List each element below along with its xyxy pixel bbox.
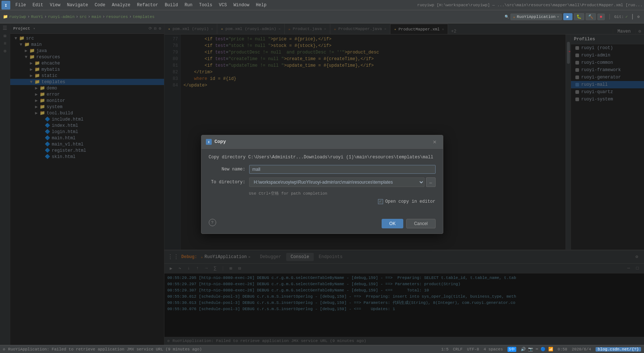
svg-text:I: I — [208, 140, 210, 144]
menu-file[interactable]: File — [12, 2, 29, 8]
run-config-btn[interactable]: ☕ RuoYiApplication ▾ — [510, 14, 562, 20]
menu-view[interactable]: View — [47, 2, 63, 8]
status-bar-right: 1:5 CRLF UTF-8 4 spaces S中 🔊 📷 ⌨ 🔵 📶 0:5… — [441, 347, 641, 352]
new-name-label: New name: — [209, 167, 245, 172]
help-button[interactable]: ? — [209, 219, 216, 226]
cancel-button[interactable]: Cancel — [406, 219, 435, 228]
status-encoding: UTF-8 — [467, 347, 479, 352]
status-date: 2020/6/4 — [572, 347, 591, 352]
debug-button[interactable]: 🐛 — [574, 13, 584, 20]
checkbox-check-icon: ✓ — [379, 199, 382, 204]
menu-code[interactable]: Code — [92, 2, 108, 8]
app-icon: I — [1, 1, 10, 10]
menu-bar: I File Edit View Navigate Code Analyze R… — [0, 0, 644, 10]
git-checkmark: ✓ — [625, 14, 628, 19]
menu-build[interactable]: Build — [162, 2, 181, 8]
status-position: 1:5 — [441, 347, 448, 352]
menu-navigate[interactable]: Navigate — [64, 2, 91, 8]
status-time: 0:58 — [558, 347, 567, 352]
app-window: I File Edit View Navigate Code Analyze R… — [0, 0, 644, 353]
breadcrumb-sep1: › — [27, 14, 30, 19]
dialog-body: Copy directory C:\Users\Administr...Down… — [201, 149, 443, 215]
open-copy-row: ✓ Open copy in editor — [209, 199, 436, 204]
dialog-to-dir-row: To directory: H:\workspace\ruoyiwp\RuoYi… — [209, 177, 436, 187]
status-indent: 4 spaces — [484, 347, 503, 352]
breadcrumb-templates[interactable]: templates — [133, 15, 154, 19]
git-label: Git: — [614, 15, 624, 19]
menu-run[interactable]: Run — [182, 2, 196, 8]
breadcrumb-ruoyiwp[interactable]: ruoyiwp — [9, 15, 26, 19]
menu-edit[interactable]: Edit — [30, 2, 46, 8]
breadcrumb-ruoyi[interactable]: RuoYi — [31, 15, 43, 19]
open-copy-label: Open copy in editor — [385, 199, 436, 204]
ime-icon: S中 — [507, 347, 516, 352]
menu-window[interactable]: Window — [230, 2, 252, 8]
stop-button[interactable]: ■ — [597, 14, 605, 20]
menu-refactor[interactable]: Refactor — [134, 2, 161, 8]
watermark-label: blog.csdn.net/{?} — [596, 347, 641, 352]
browse-button[interactable]: … — [426, 177, 436, 187]
copy-dialog: I Copy ✕ Copy directory C:\Users\Adminis… — [201, 135, 443, 234]
to-directory-label: To directory: — [209, 180, 245, 185]
search-everywhere-icon[interactable]: 🔍 — [505, 15, 509, 19]
dialog-app-icon: I — [206, 139, 212, 145]
breadcrumb-sep3: › — [76, 14, 78, 19]
path-hint: Use Ctrl+空格 for path completion — [249, 191, 436, 196]
dialog-overlay: I Copy ✕ Copy directory C:\Users\Adminis… — [0, 23, 644, 345]
breadcrumb-resources[interactable]: resources — [106, 15, 128, 19]
breadcrumb-sep2: › — [44, 14, 47, 19]
status-message: RuoYiApplication: Failed to retrieve app… — [8, 347, 202, 352]
status-crlf: CRLF — [453, 347, 462, 352]
nav-toolbar: 📁 ruoyiwp › RuoYi › ruoyi-admin › src › … — [0, 10, 644, 23]
dialog-path-row: H:\workspace\ruoyiwp\RuoYi\ruoyi-admin\s… — [249, 177, 436, 187]
title-bar-text: ruoyiwp [H:\workspace\ruoyiwp] — ...\src… — [417, 3, 643, 7]
status-error-icon: ⊘ — [3, 347, 5, 352]
breadcrumb-sep6: › — [129, 14, 132, 19]
run-button[interactable]: ▶ — [563, 13, 572, 20]
build-button[interactable]: 🔨 — [586, 13, 596, 20]
tray-icons: 🔊 📷 ⌨ 🔵 📶 — [521, 347, 553, 352]
dialog-title: Copy — [215, 139, 226, 144]
dialog-new-name-row: New name: — [209, 165, 436, 174]
dialog-description: Copy directory C:\Users\Administr...Down… — [209, 155, 436, 160]
dialog-footer: ? OK Cancel — [201, 215, 443, 234]
menu-analyze[interactable]: Analyze — [109, 2, 133, 8]
dialog-titlebar: I Copy ✕ — [201, 135, 443, 149]
ok-button[interactable]: OK — [382, 219, 403, 228]
status-bar: ⊘ RuoYiApplication: Failed to retrieve a… — [0, 345, 644, 353]
open-copy-checkbox[interactable]: ✓ — [378, 199, 383, 204]
menu-help[interactable]: Help — [253, 2, 269, 8]
breadcrumb-sep4: › — [88, 14, 90, 19]
to-directory-select[interactable]: H:\workspace\ruoyiwp\RuoYi\ruoyi-admin\s… — [249, 177, 425, 187]
breadcrumb-src[interactable]: src — [79, 15, 87, 19]
project-icon: 📁 — [3, 14, 8, 19]
menu-vcs[interactable]: VCS — [216, 2, 230, 8]
breadcrumb-main[interactable]: main — [91, 15, 101, 19]
menu-tools[interactable]: Tools — [196, 2, 215, 8]
svg-text:I: I — [5, 4, 7, 8]
breadcrumb-admin[interactable]: ruoyi-admin — [48, 15, 75, 19]
dialog-close-button[interactable]: ✕ — [431, 138, 439, 146]
settings-icon[interactable]: ⚙ — [637, 14, 640, 19]
breadcrumb-sep5: › — [102, 14, 105, 19]
new-name-input[interactable] — [249, 165, 436, 174]
